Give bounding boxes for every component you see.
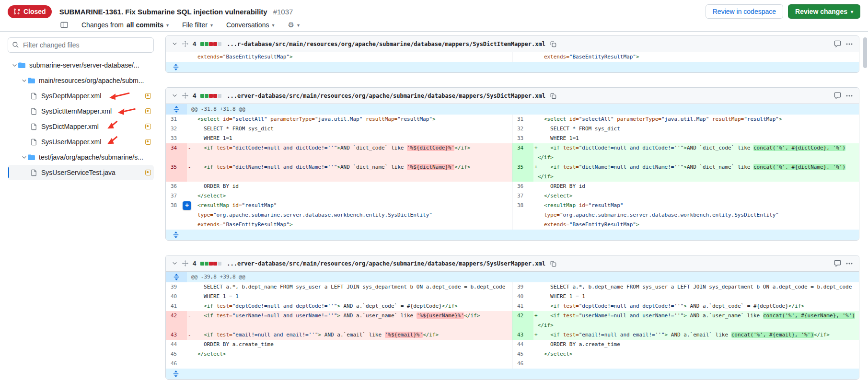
file-tree-file[interactable]: SysDictItemMapper.xml bbox=[8, 104, 154, 119]
diff-pane-new: 34+ <if test="dictCode!=null and dictCod… bbox=[512, 143, 859, 162]
conversations-dropdown[interactable]: Conversations ▾ bbox=[226, 21, 275, 29]
line-number[interactable]: 34 bbox=[166, 143, 187, 162]
line-number[interactable]: 38 bbox=[512, 201, 533, 230]
line-number[interactable]: 44 bbox=[166, 340, 187, 349]
line-number[interactable]: 42 bbox=[512, 311, 533, 330]
page-scrollbar-thumb[interactable] bbox=[863, 37, 867, 68]
filter-changed-files-input[interactable] bbox=[8, 37, 154, 53]
collapse-file-chevron-icon[interactable] bbox=[172, 41, 178, 47]
collapse-file-chevron-icon[interactable] bbox=[172, 93, 178, 99]
line-number[interactable]: 33 bbox=[166, 134, 187, 143]
review-in-codespace-button[interactable]: Review in codespace bbox=[706, 4, 783, 19]
code-cell: </select> bbox=[187, 349, 512, 359]
folder-icon bbox=[18, 62, 25, 69]
line-number[interactable]: 32 bbox=[166, 124, 187, 134]
file-menu-kebab-button[interactable] bbox=[845, 92, 853, 100]
hunk-range-text: @@ -31,8 +31,8 @@ bbox=[187, 104, 245, 115]
file-path: ...r-database/src/main/resources/org/apa… bbox=[227, 41, 545, 47]
comment-button[interactable] bbox=[834, 260, 841, 267]
line-number[interactable]: 44 bbox=[512, 340, 533, 349]
line-number[interactable] bbox=[512, 52, 533, 62]
code-cell: <resultMap id="resultMap" type="org.apac… bbox=[533, 201, 859, 230]
file-tree-folder[interactable]: test/java/org/apache/submarine/s... bbox=[8, 150, 154, 165]
diff-line-row: 38+ <resultMap id="resultMap" type="org.… bbox=[166, 201, 859, 230]
search-icon bbox=[12, 41, 19, 50]
expand-hunk-button[interactable] bbox=[166, 272, 187, 282]
diffstat-square-add bbox=[205, 262, 208, 266]
comment-button[interactable] bbox=[834, 92, 841, 99]
line-number[interactable]: 37 bbox=[512, 191, 533, 201]
tree-item-label: test/java/org/apache/submarine/s... bbox=[39, 153, 143, 161]
line-number[interactable]: 41 bbox=[166, 301, 187, 311]
line-number[interactable]: 46 bbox=[512, 359, 533, 369]
line-number[interactable]: 36 bbox=[512, 182, 533, 191]
move-handle-icon[interactable] bbox=[182, 260, 188, 266]
diff-panels: 4...r-database/src/main/resources/org/ap… bbox=[165, 35, 859, 380]
expand-diff-bar[interactable] bbox=[166, 62, 859, 72]
file-tree-file[interactable]: SysDeptMapper.xml bbox=[8, 88, 154, 104]
sidebar-toggle-button[interactable] bbox=[60, 21, 68, 29]
line-number[interactable]: 41 bbox=[512, 301, 533, 311]
line-number[interactable]: 43 bbox=[166, 330, 187, 340]
move-handle-icon[interactable] bbox=[182, 93, 188, 99]
modified-badge bbox=[145, 139, 151, 145]
expand-diff-bar[interactable] bbox=[166, 230, 859, 240]
line-number[interactable]: 38+ bbox=[166, 201, 187, 230]
diff-pane-new: extends="BaseEntityResultMap"> bbox=[512, 52, 859, 62]
line-number[interactable]: 32 bbox=[512, 124, 533, 134]
diff-settings-gear[interactable]: ⚙ ▾ bbox=[288, 21, 299, 29]
line-number[interactable]: 39 bbox=[512, 282, 533, 292]
add-comment-button[interactable]: + bbox=[183, 201, 191, 210]
line-number[interactable]: 34 bbox=[512, 143, 533, 162]
collapse-file-chevron-icon[interactable] bbox=[172, 260, 178, 266]
file-tree-file[interactable]: SysUserServiceTest.java bbox=[8, 165, 154, 180]
line-number[interactable]: 46 bbox=[166, 359, 187, 369]
comment-button[interactable] bbox=[834, 40, 841, 47]
file-tree-folder[interactable]: main/resources/org/apache/subm... bbox=[8, 73, 154, 88]
line-number[interactable]: 45 bbox=[166, 349, 187, 359]
changed-lines-count: 4 bbox=[193, 40, 196, 47]
line-number[interactable]: 39 bbox=[166, 282, 187, 292]
line-number[interactable]: 35 bbox=[512, 162, 533, 182]
move-handle-icon[interactable] bbox=[182, 41, 188, 47]
expand-hunk-button[interactable] bbox=[166, 104, 187, 115]
code-cell: </select> bbox=[187, 191, 512, 201]
file-tree-folder[interactable]: submarine-server/server-database/... bbox=[8, 58, 154, 73]
pr-number: #1037 bbox=[273, 8, 293, 16]
line-number[interactable]: 31 bbox=[512, 115, 533, 124]
diff-pane-new: 36 ORDER BY id bbox=[512, 182, 859, 191]
line-number[interactable]: 40 bbox=[166, 292, 187, 301]
diff-line-row: 39 SELECT a.*, b.dept_name FROM sys_user… bbox=[166, 282, 859, 292]
copy-path-button[interactable] bbox=[550, 260, 556, 267]
line-number[interactable]: 40 bbox=[512, 292, 533, 301]
hunk-range-text: @@ -39,8 +39,8 @@ bbox=[187, 272, 245, 282]
diffstat-square-neutral bbox=[218, 262, 221, 266]
changes-from-dropdown[interactable]: Changes from all commits ▾ bbox=[81, 21, 169, 29]
diff-pane-new: 38 <resultMap id="resultMap" type="org.a… bbox=[512, 201, 859, 230]
line-number[interactable]: 43 bbox=[512, 330, 533, 340]
line-number[interactable]: 37 bbox=[166, 191, 187, 201]
file-tree-sidebar: submarine-server/server-database/...main… bbox=[0, 32, 161, 382]
expand-diff-bar[interactable] bbox=[166, 369, 859, 379]
diffstat-square-del bbox=[209, 94, 213, 98]
review-changes-button[interactable]: Review changes ▾ bbox=[788, 4, 860, 19]
line-number[interactable]: 31 bbox=[166, 115, 187, 124]
copy-path-button[interactable] bbox=[550, 41, 556, 47]
diff-pane-old: 39 SELECT a.*, b.dept_name FROM sys_user… bbox=[166, 282, 512, 292]
chevron-down-icon: ▾ bbox=[272, 23, 274, 28]
file-tree-file[interactable]: SysDictMapper.xml bbox=[8, 119, 154, 134]
line-number[interactable]: 33 bbox=[512, 134, 533, 143]
code-cell: <if test="deptCode!=null and deptCode!='… bbox=[533, 301, 859, 311]
file-filter-dropdown[interactable]: File filter ▾ bbox=[182, 21, 213, 29]
file-menu-kebab-button[interactable] bbox=[845, 40, 853, 48]
diffstat-square-add bbox=[205, 94, 208, 98]
line-number[interactable]: 36 bbox=[166, 182, 187, 191]
copy-path-button[interactable] bbox=[550, 93, 556, 99]
line-number[interactable] bbox=[166, 52, 187, 62]
line-number[interactable]: 35 bbox=[166, 162, 187, 182]
file-tree-file[interactable]: SysUserMapper.xml bbox=[8, 134, 154, 150]
hunk-header-row: @@ -31,8 +31,8 @@ bbox=[166, 104, 859, 115]
file-menu-kebab-button[interactable] bbox=[845, 260, 853, 267]
line-number[interactable]: 45 bbox=[512, 349, 533, 359]
line-number[interactable]: 42 bbox=[166, 311, 187, 330]
